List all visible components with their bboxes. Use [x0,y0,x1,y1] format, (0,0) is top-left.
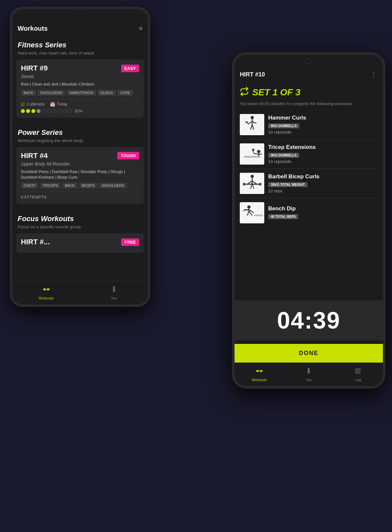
hirt9-header: HIRT #9 EASY [21,64,139,73]
nav-workouts-label-phone2: Workouts [252,378,267,382]
svg-point-24 [252,149,254,151]
hirt9-title: HIRT #9 [21,64,48,73]
svg-rect-0 [43,289,44,290]
svg-point-20 [257,150,260,153]
hammer-curls-equipment: 8KG DUMBELLS [268,123,299,128]
section-power-subtitle: Workouts targeting the whole body [12,138,148,147]
svg-rect-31 [243,183,245,185]
tag-chest: CHEST [21,183,38,188]
hammer-curl-svg [241,115,264,135]
hirt4-exercises: Dumbbell Press | Dumbbell Row | Shoulder… [21,169,139,180]
dot-2 [26,109,30,113]
hirt9-meta: 3 attempts Today [21,102,139,107]
svg-line-16 [252,121,256,123]
dumbbell-nav-icon [42,285,50,295]
nav-log-label-phone2: Log [355,378,361,382]
camera-notch [78,13,82,18]
svg-point-5 [113,286,115,288]
nav-workouts-phone1[interactable]: Workouts [12,285,80,300]
exercise-tricep-ext[interactable]: Tricep Extensions 9KG DUMBELLS 10 reps/s… [240,139,378,169]
filter-icon[interactable]: ≡ [139,25,142,32]
section-focus-title: Focus Workouts [12,209,148,224]
svg-rect-2 [45,289,47,290]
dot-10 [68,109,72,113]
exercise-barbell-curl[interactable]: Barbell Bicep Curls 35KG TOTAL WEIGHT 12… [240,169,378,198]
svg-line-13 [248,121,252,124]
dot-7 [52,109,56,113]
section-fitness-title: Fitness Series [12,36,148,51]
svg-rect-43 [256,370,257,372]
hammer-curls-info: Hammer Curls 8KG DUMBELLS 10 reps/side [268,115,378,135]
nav-you-phone2[interactable]: You [284,367,333,382]
list-nav-icon-phone2 [354,367,362,377]
hirt9-exercises: Row | Clean and Jerk | Mountain Climbers [21,82,139,87]
bottom-nav-phone2: Workouts You [235,363,383,386]
section-fitness-subtitle: Hard work, max heart rate, tons of sweat [12,51,148,59]
hammer-curls-name: Hammer Curls [268,115,378,121]
hirt9-tags: BACK SHOULDERS HAMSTRINGS QUADS CORE [21,90,139,96]
set-title: SET 1 OF 3 [252,87,301,98]
tag-shoulders: SHOULDERS [38,90,65,96]
hammer-curls-image [240,114,264,135]
hirt9-date-text: Today [57,102,67,106]
svg-point-26 [251,175,254,178]
dot-1 [21,109,25,113]
nav-you-label-phone2: You [306,378,312,382]
section-focus-subtitle: Focus on a specific muscle group [12,224,148,233]
tag-biceps: BICEPS [79,183,97,188]
hirt9-attempts-text: 3 attempts [26,102,45,106]
svg-rect-4 [48,289,50,290]
phone1-content: Fitness Series Hard work, max heart rate… [12,36,148,298]
nav-you-phone1[interactable]: You [80,285,148,300]
hirt4-attempts: 0 ATTEMPTS [21,195,139,200]
bench-dip-name: Bench Dip [268,205,378,212]
timer-display: 04:39 [277,307,340,333]
exercise-bench-dip[interactable]: Bench Dip 40 TOTAL REPS [240,198,378,227]
barbell-curl-equipment: 35KG TOTAL WEIGHT [268,182,307,187]
svg-rect-3 [47,288,48,291]
hirt4-card[interactable]: HIRT #4 TOUGH Upper Body All Rounder Dum… [16,147,144,204]
focus-card-partial[interactable]: HIRT #... FREE [16,233,144,253]
svg-line-22 [254,153,259,154]
nav-log-phone2[interactable]: Log [334,367,383,382]
dot-4 [37,109,41,113]
nav-workouts-label-phone1: Workouts [39,296,54,300]
svg-rect-19 [244,156,260,158]
svg-rect-45 [258,371,260,371]
barbell-curl-svg [241,174,264,193]
section-power-title: Power Series [12,123,148,138]
tag-back2: BACK [62,183,77,188]
dot-6 [47,109,51,113]
svg-line-41 [247,211,249,216]
phone1-device: Workouts ≡ Fitness Series Hard work, max… [10,7,150,307]
check-icon [21,102,25,107]
nav-workouts-phone2[interactable]: Workouts [235,367,284,382]
progress-percent: 31% [74,109,82,113]
barbell-curl-reps: 12 reps [268,188,378,193]
bottom-nav-phone1: Workouts You [12,281,148,304]
svg-rect-44 [257,370,258,372]
set-description: You have 04:55 minutes to complete the f… [235,100,383,110]
exercise-hammer-curls[interactable]: Hammer Curls 8KG DUMBELLS 10 reps/side [240,110,378,139]
hirt4-subtitle: Upper Body All Rounder [21,161,139,167]
three-dots-menu[interactable]: ⋮ [370,71,378,78]
barbell-curl-info: Barbell Bicep Curls 35KG TOTAL WEIGHT 12… [268,173,378,193]
camera-notch-phone2 [306,59,311,63]
workout-detail-header: HIRT #10 ⋮ [235,68,383,82]
bench-dip-image [240,202,264,223]
tricep-ext-image [240,143,264,165]
hirt9-card[interactable]: HIRT #9 EASY Sweat Row | Clean and Jerk … [16,59,144,118]
focus-card-title: HIRT #... [21,238,50,246]
nav-you-label-phone1: You [111,296,117,300]
hirt9-date: Today [50,102,67,107]
svg-rect-32 [259,183,261,185]
svg-point-37 [247,205,251,209]
svg-rect-15 [245,121,248,123]
phone2-device: HIRT #10 ⋮ SET 1 OF 3 You have 04:55 min… [232,52,385,389]
svg-rect-1 [44,288,45,291]
bench-dip-svg [241,203,264,223]
hirt9-progress: 31% [21,109,139,113]
bench-dip-equipment: 40 TOTAL REPS [268,214,298,219]
done-button[interactable]: DONE [235,344,383,363]
tricep-ext-info: Tricep Extensions 9KG DUMBELLS 10 reps/s… [268,144,378,164]
